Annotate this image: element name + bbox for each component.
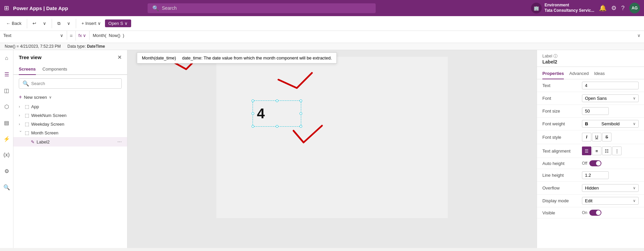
label2-icon: ✎: [31, 139, 35, 144]
font-weight-select[interactable]: B Semibold ∨: [582, 120, 639, 128]
resize-handle-bottom-right[interactable]: [300, 125, 302, 128]
open-screen-button[interactable]: Open S ∨: [105, 19, 131, 27]
align-right-button[interactable]: ☷: [602, 147, 611, 155]
help-icon[interactable]: ?: [621, 5, 625, 12]
components-icon[interactable]: ◫: [1, 85, 12, 96]
resize-handle-top-left[interactable]: [252, 99, 254, 102]
fx-button[interactable]: fx ∨: [76, 31, 90, 40]
overflow-select[interactable]: Hidden ∨: [582, 184, 639, 192]
visible-value: On: [582, 210, 587, 215]
plus-icon: +: [82, 21, 84, 26]
right-panel-header: Label ⓘ Label2: [537, 50, 644, 67]
prop-row-font-size: Font size: [537, 105, 644, 118]
side-panel-close-button[interactable]: ✕: [117, 54, 122, 60]
month-expand-icon: ›: [19, 131, 23, 135]
eval-datatype-value: DateTime: [87, 44, 105, 49]
prop-dropdown-icon: ∨: [60, 33, 63, 38]
visible-toggle[interactable]: On: [582, 210, 601, 216]
tree-item-month-screen[interactable]: › ⬚ Month Screen: [13, 128, 127, 137]
text-prop-input[interactable]: [582, 82, 639, 89]
align-left-button[interactable]: ☰: [582, 147, 591, 155]
tree-item-weeknum-screen[interactable]: › ⬚ WeekNum Screen: [13, 111, 127, 120]
global-search-input[interactable]: [162, 5, 371, 11]
align-justify-button[interactable]: ⋮: [612, 147, 622, 155]
prop-row-visible: Visible On: [537, 207, 644, 218]
resize-handle-bottom-center[interactable]: [276, 125, 278, 128]
back-button[interactable]: ← Back: [3, 19, 24, 27]
undo-button[interactable]: ↩: [30, 19, 39, 27]
tree-search-box[interactable]: 🔍: [19, 78, 122, 89]
global-search-box[interactable]: 🔍: [148, 3, 376, 13]
toolbar-separator-2: [52, 19, 52, 28]
tree-item-app[interactable]: › ⬚ App: [13, 102, 127, 111]
settings-icon[interactable]: ⚙: [611, 4, 616, 12]
auto-height-toggle[interactable]: Off: [582, 160, 601, 166]
resize-handle-middle-right[interactable]: [300, 112, 302, 115]
grid-icon[interactable]: ⊞: [4, 4, 9, 12]
insert-button[interactable]: + Insert ∨: [79, 19, 104, 27]
property-selector[interactable]: Text ∨: [0, 31, 67, 40]
resize-handle-top-right[interactable]: [300, 99, 302, 102]
italic-button[interactable]: I: [582, 133, 591, 141]
tab-ideas[interactable]: Ideas: [594, 70, 605, 79]
underline-button[interactable]: U: [592, 133, 601, 141]
font-select[interactable]: Open Sans ∨: [582, 94, 639, 102]
align-center-button[interactable]: ≡: [592, 147, 601, 155]
plus-icon-new-screen: +: [19, 94, 22, 100]
formula-input[interactable]: [90, 31, 634, 40]
data-icon[interactable]: ⬡: [1, 101, 12, 112]
power-automate-icon[interactable]: ⚡: [1, 133, 12, 144]
copy-button[interactable]: ⧉: [55, 19, 63, 28]
formula-expand-icon[interactable]: ∨: [634, 31, 644, 40]
visible-switch-track[interactable]: [589, 210, 601, 216]
paste-dropdown[interactable]: ∨: [64, 19, 73, 27]
auto-height-switch-track[interactable]: [589, 160, 601, 166]
text-alignment-prop-value: ☰ ≡ ☷ ⋮: [582, 147, 639, 155]
prop-row-font: Font Open Sans ∨: [537, 92, 644, 105]
new-screen-button[interactable]: + New screen ∨: [13, 92, 127, 102]
nav-right: 🏢 Environment Tata Consultancy Servic...…: [531, 3, 640, 13]
settings-left-icon[interactable]: ⚙: [1, 166, 12, 176]
line-height-prop-value: [582, 171, 639, 179]
font-size-input[interactable]: [582, 107, 609, 115]
prop-row-display-mode: Display mode Edit ∨: [537, 195, 644, 207]
resize-handle-bottom-left[interactable]: [252, 125, 254, 128]
display-mode-select[interactable]: Edit ∨: [582, 197, 639, 205]
font-weight-dropdown-arrow: ∨: [633, 122, 636, 126]
weeknum-expand-icon: ›: [19, 113, 23, 117]
tab-components[interactable]: Components: [43, 65, 67, 75]
equals-sign: =: [67, 31, 76, 41]
toolbar-separator-3: [76, 19, 76, 28]
resize-handle-top-center[interactable]: [276, 99, 278, 102]
strikethrough-button[interactable]: S: [602, 133, 611, 141]
copy-icon: ⧉: [57, 21, 60, 26]
home-icon[interactable]: ⌂: [1, 53, 12, 64]
tree-item-label2[interactable]: ✎ Label2 ···: [13, 137, 127, 147]
treeview-icon[interactable]: ☰: [1, 69, 12, 80]
hint-function-name: Month(: [142, 55, 155, 60]
formula-eval-bar: Now() = 4/21/2023, 7:52:23 PM Data type:…: [0, 43, 644, 50]
media-icon[interactable]: ▤: [1, 117, 12, 128]
label2-control[interactable]: 4: [253, 100, 301, 127]
canvas-frame[interactable]: 4: [216, 57, 448, 218]
text-prop-value: [582, 82, 639, 89]
tab-screens[interactable]: Screens: [19, 65, 36, 75]
insert-chevron: ∨: [98, 21, 101, 26]
tab-advanced[interactable]: Advanced: [569, 70, 589, 79]
resize-handle-middle-left[interactable]: [252, 112, 254, 115]
weekday-screen-icon: ⬚: [25, 121, 29, 127]
side-panel-tabs: Screens Components: [13, 65, 127, 75]
tab-properties[interactable]: Properties: [542, 70, 564, 79]
canvas-area: 4: [127, 50, 537, 248]
user-avatar[interactable]: AG: [629, 3, 640, 13]
tree-search-input[interactable]: [31, 81, 118, 86]
font-prop-label: Font: [542, 96, 579, 101]
notification-icon[interactable]: 🔔: [599, 4, 606, 12]
undo-dropdown[interactable]: ∨: [40, 19, 49, 27]
label2-more-button[interactable]: ···: [117, 139, 122, 145]
line-height-input[interactable]: [582, 171, 609, 179]
variables-icon[interactable]: (x): [1, 150, 12, 160]
tree-item-weekday-screen[interactable]: › ⬚ Weekday Screen: [13, 120, 127, 128]
search-left-icon[interactable]: 🔍: [1, 182, 12, 193]
side-panel-title: Tree view: [19, 54, 42, 60]
